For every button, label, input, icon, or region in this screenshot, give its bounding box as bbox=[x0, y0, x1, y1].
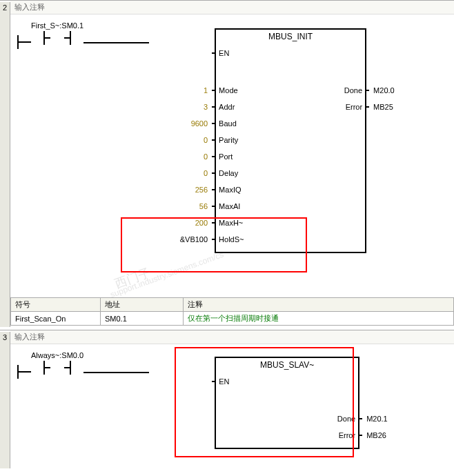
segment-number: 2 bbox=[0, 2, 10, 12]
in-maxiq-label: MaxIQ bbox=[216, 186, 250, 194]
fb-title: MBUS_INIT bbox=[216, 30, 365, 43]
comment-bar[interactable]: 输入注释 bbox=[10, 1, 454, 14]
in-mode-val[interactable]: 1 bbox=[146, 86, 212, 95]
in-mode-label: Mode bbox=[216, 86, 250, 95]
in-addr-label: Addr bbox=[216, 103, 250, 111]
in-maxai-label: MaxAI bbox=[216, 202, 250, 210]
out-error-val[interactable]: MB26 bbox=[362, 431, 404, 439]
sym-name: First_Scan_On bbox=[11, 312, 101, 326]
contact-first-scan[interactable]: First_S~:SM0.1 bbox=[31, 21, 83, 45]
in-maxh-label: MaxH~ bbox=[216, 219, 250, 227]
ladder-area[interactable]: 找答案 西门子 support.industry.siemens.com/cs … bbox=[10, 14, 454, 277]
contact-always-on[interactable]: Always~:SM0.0 bbox=[31, 351, 83, 375]
sym-addr: SM0.1 bbox=[101, 312, 184, 326]
sym-h-comment: 注释 bbox=[184, 298, 454, 312]
in-delay-val[interactable]: 0 bbox=[146, 169, 212, 177]
contact-label: First_S~:SM0.1 bbox=[31, 21, 83, 30]
in-port-label: Port bbox=[216, 152, 250, 161]
segment-number-gutter: 3 bbox=[0, 332, 10, 468]
fb-en-label: EN bbox=[216, 377, 250, 386]
fb-title: MBUS_SLAV~ bbox=[216, 358, 358, 372]
mbus-slave-block[interactable]: MBUS_SLAV~ EN Done M20.1 bbox=[149, 357, 359, 449]
in-maxai-val[interactable]: 56 bbox=[146, 202, 212, 210]
contact-label: Always~:SM0.0 bbox=[31, 351, 83, 359]
in-port-val[interactable]: 0 bbox=[146, 152, 212, 161]
ladder-area[interactable]: Always~:SM0.0 MBUS_SLAV~ bbox=[10, 344, 454, 468]
comment-bar[interactable]: 输入注释 bbox=[10, 330, 454, 344]
segment-number-gutter: 2 bbox=[0, 2, 10, 327]
sym-comment: 仅在第一个扫描周期时接通 bbox=[184, 312, 454, 326]
in-delay-label: Delay bbox=[216, 169, 250, 177]
in-maxh-val[interactable]: 200 bbox=[146, 219, 212, 227]
out-done-label: Done bbox=[336, 86, 365, 95]
out-done-label: Done bbox=[329, 415, 358, 423]
segment-3: 3 输入注释 Always~:SM0.0 bbox=[0, 330, 454, 468]
in-baud-val[interactable]: 9600 bbox=[146, 119, 212, 128]
sym-h-addr: 地址 bbox=[101, 298, 184, 312]
in-maxiq-val[interactable]: 256 bbox=[146, 186, 212, 194]
out-error-label: Error bbox=[329, 431, 358, 439]
out-done-val[interactable]: M20.0 bbox=[369, 86, 411, 95]
out-done-val[interactable]: M20.1 bbox=[362, 415, 404, 423]
watermark: 西门子 bbox=[112, 264, 153, 292]
segment-number: 3 bbox=[0, 332, 10, 341]
sym-h-symbol: 符号 bbox=[11, 298, 101, 312]
mbus-init-block[interactable]: MBUS_INIT EN 1 bbox=[149, 28, 366, 253]
out-error-label: Error bbox=[336, 103, 365, 111]
in-addr-val[interactable]: 3 bbox=[146, 103, 212, 111]
in-parity-val[interactable]: 0 bbox=[146, 136, 212, 144]
in-holds-val[interactable]: &VB100 bbox=[146, 235, 212, 244]
out-error-val[interactable]: MB25 bbox=[369, 103, 411, 111]
symbol-table[interactable]: 符号 地址 注释 First_Scan_On SM0.1 仅在第一个扫描周期时接… bbox=[10, 297, 454, 326]
in-baud-label: Baud bbox=[216, 119, 250, 128]
watermark: support.industry.siemens.com/cs bbox=[109, 250, 225, 300]
in-parity-label: Parity bbox=[216, 136, 250, 144]
segment-2: 2 输入注释 找答案 西门子 support.industry.siemens.… bbox=[0, 0, 454, 326]
symbol-row[interactable]: First_Scan_On SM0.1 仅在第一个扫描周期时接通 bbox=[11, 312, 454, 326]
in-holds-label: HoldS~ bbox=[216, 235, 250, 244]
fb-en-label: EN bbox=[216, 49, 250, 57]
